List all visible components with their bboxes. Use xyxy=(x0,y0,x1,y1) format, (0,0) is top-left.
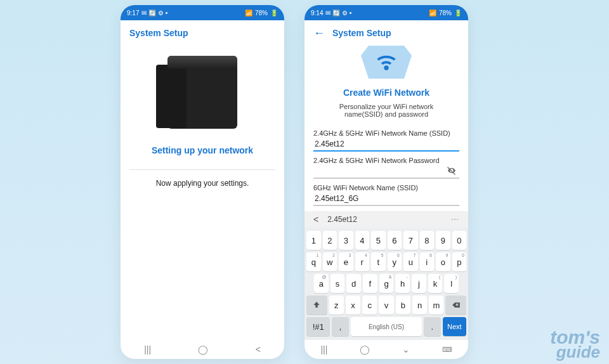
key-c[interactable]: c xyxy=(362,296,377,315)
key-4[interactable]: 4 xyxy=(355,231,370,250)
keyboard-suggestion-bar: < 2.45et12 ⋯ xyxy=(304,211,468,228)
status-bar: 9:17 ✉ 🔄 ⚙ • 📶 78% 🔋 xyxy=(121,5,284,20)
key-k[interactable]: k( xyxy=(428,274,443,293)
clock: 9:14 xyxy=(311,10,323,16)
key-7[interactable]: 7 xyxy=(403,231,418,250)
phone-right: 9:14 ✉ 🔄 ⚙ • 📶 78% 🔋 ← System Setup Crea… xyxy=(304,5,468,359)
status-icons-left: ✉ 🔄 ⚙ • xyxy=(325,10,351,16)
key-1[interactable]: 1 xyxy=(306,231,321,250)
key-q[interactable]: q1 xyxy=(306,252,321,271)
page-title: System Setup xyxy=(332,28,391,38)
signal-icon: 📶 xyxy=(429,10,436,16)
phone-left: 9:17 ✉ 🔄 ⚙ • 📶 78% 🔋 System Setup Settin… xyxy=(121,5,284,359)
soft-keyboard: 1234567890 q1w2e3r4t5y6u7i8o9p0 a@sdfg&h… xyxy=(304,228,468,340)
key-d[interactable]: d xyxy=(346,274,361,293)
suggestion-back-icon[interactable]: < xyxy=(313,214,318,224)
divider xyxy=(129,169,275,170)
android-nav-bar: ||| ◯ < xyxy=(121,340,284,359)
key-h[interactable]: h- xyxy=(395,274,410,293)
ime-hide-button[interactable]: ⌄ xyxy=(402,344,410,354)
next-key[interactable]: Next xyxy=(443,317,466,336)
app-header: System Setup xyxy=(121,20,284,46)
home-button[interactable]: ◯ xyxy=(360,344,370,354)
key-5[interactable]: 5 xyxy=(371,231,386,250)
key-3[interactable]: 3 xyxy=(339,231,353,250)
key-g[interactable]: g& xyxy=(379,274,394,293)
status-bar: 9:14 ✉ 🔄 ⚙ • 📶 78% 🔋 xyxy=(304,5,468,20)
key-j[interactable]: j xyxy=(412,274,426,293)
setup-body: Now applying your settings. xyxy=(156,179,249,188)
shift-key[interactable] xyxy=(306,296,327,315)
setup-title: Setting up your network xyxy=(152,145,253,155)
key-x[interactable]: x xyxy=(346,296,360,315)
ssid-24-5-input[interactable] xyxy=(313,137,459,152)
page-title: System Setup xyxy=(129,28,188,38)
status-icons-left: ✉ 🔄 ⚙ • xyxy=(141,10,167,16)
recents-button[interactable]: ||| xyxy=(320,344,327,354)
key-0[interactable]: 0 xyxy=(452,231,467,250)
key-v[interactable]: v xyxy=(379,296,393,315)
key-f[interactable]: f xyxy=(363,274,377,293)
key-2[interactable]: 2 xyxy=(323,231,337,250)
wifi-badge xyxy=(361,46,412,79)
app-header: ← System Setup xyxy=(304,20,468,46)
clock: 9:17 xyxy=(127,10,139,16)
key-b[interactable]: b xyxy=(396,296,410,315)
key-i[interactable]: i8 xyxy=(420,252,435,271)
password-24-5-label: 2.4GHz & 5GHz WiFi Network Password xyxy=(313,157,440,164)
key-row-qwerty: q1w2e3r4t5y6u7i8o9p0 xyxy=(306,252,466,271)
ssid-6-input[interactable] xyxy=(313,192,459,206)
android-nav-bar: ||| ◯ ⌄ ⌨ xyxy=(304,340,468,359)
key-row-asdf: a@sdfg&h-jk(l) xyxy=(306,274,466,293)
key-a[interactable]: a@ xyxy=(314,274,329,293)
key-o[interactable]: o9 xyxy=(436,252,450,271)
symbol-key[interactable]: !#1 xyxy=(306,317,330,336)
key-t[interactable]: t5 xyxy=(371,252,386,271)
card-title: Create WiFi Network xyxy=(343,88,429,98)
suggestion-more-icon[interactable]: ⋯ xyxy=(451,215,459,224)
keyboard-switch-icon[interactable]: ⌨ xyxy=(442,346,452,354)
battery-pct: 78% xyxy=(439,10,452,16)
key-9[interactable]: 9 xyxy=(436,231,450,250)
key-p[interactable]: p0 xyxy=(452,252,467,271)
watermark-line2: guide xyxy=(550,346,600,359)
home-button[interactable]: ◯ xyxy=(198,344,208,354)
key-y[interactable]: y6 xyxy=(388,252,402,271)
back-button[interactable]: < xyxy=(256,344,261,354)
suggestion-text[interactable]: 2.45et12 xyxy=(327,215,357,224)
card-subtitle: Personalize your WiFi network name(SSID)… xyxy=(313,103,459,118)
key-z[interactable]: z xyxy=(329,296,344,315)
key-n[interactable]: n xyxy=(412,296,427,315)
backspace-key[interactable] xyxy=(445,296,466,315)
key-8[interactable]: 8 xyxy=(420,231,435,250)
wifi-icon xyxy=(372,47,400,77)
period-key[interactable]: . xyxy=(424,317,441,336)
key-u[interactable]: u7 xyxy=(403,252,418,271)
password-24-5-input[interactable] xyxy=(313,164,459,179)
key-s[interactable]: s xyxy=(331,274,345,293)
key-m[interactable]: m xyxy=(429,296,443,315)
key-w[interactable]: w2 xyxy=(323,252,337,271)
ssid-24-5-label: 2.4GHz & 5GHz WiFi Network Name (SSID) xyxy=(313,129,450,137)
battery-pct: 78% xyxy=(255,10,268,16)
battery-icon: 🔋 xyxy=(270,10,278,16)
space-key[interactable]: English (US) xyxy=(351,317,422,336)
key-e[interactable]: e3 xyxy=(339,252,353,271)
signal-icon: 📶 xyxy=(245,10,252,16)
back-arrow-icon[interactable]: ← xyxy=(313,27,325,40)
key-row-numbers: 1234567890 xyxy=(306,231,466,250)
battery-icon: 🔋 xyxy=(454,10,462,16)
visibility-off-icon[interactable] xyxy=(447,166,457,176)
key-row-bottom: !#1 , English (US) . Next xyxy=(306,317,466,336)
comma-key[interactable]: , xyxy=(332,317,349,336)
recents-button[interactable]: ||| xyxy=(144,344,151,354)
watermark: tom's guide xyxy=(550,330,600,359)
router-image xyxy=(167,56,237,129)
key-6[interactable]: 6 xyxy=(388,231,402,250)
key-row-zxcv: zxcvbnm xyxy=(306,296,466,315)
ssid-6-label: 6GHz WiFi Network Name (SSID) xyxy=(313,184,418,192)
key-l[interactable]: l) xyxy=(444,274,459,293)
key-r[interactable]: r4 xyxy=(355,252,370,271)
